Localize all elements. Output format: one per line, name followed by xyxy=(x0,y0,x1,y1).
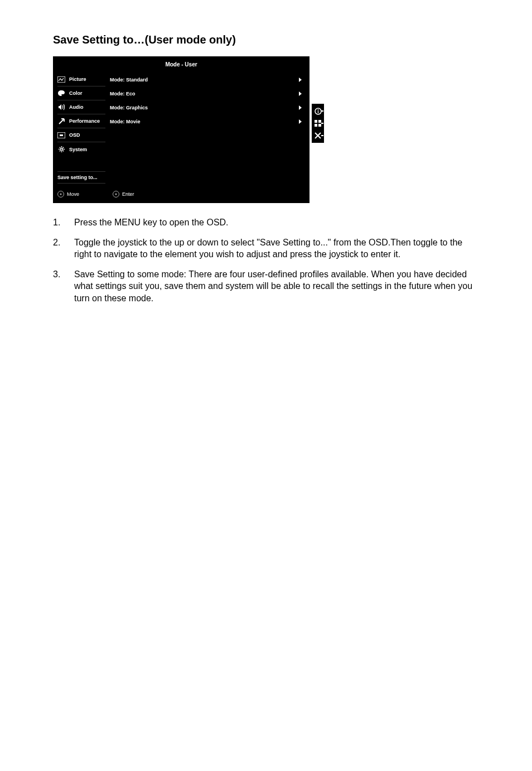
sidebar-item-picture[interactable]: Picture xyxy=(57,73,105,86)
speaker-icon xyxy=(57,103,65,111)
sidebar-label: System xyxy=(69,147,87,152)
grid-icon[interactable] xyxy=(314,119,322,127)
svg-rect-9 xyxy=(315,124,317,127)
footer-move-label: Move xyxy=(67,191,79,197)
osd-icon xyxy=(57,131,65,139)
sidebar-label: Audio xyxy=(69,104,84,110)
footer-enter-label: Enter xyxy=(122,191,134,197)
joystick-enter-icon xyxy=(113,191,119,197)
osd-main: Mode: Standard Mode: Eco Mode: Graphics … xyxy=(110,73,309,170)
chevron-right-icon xyxy=(299,91,302,96)
osd-header: Mode - User xyxy=(53,56,309,73)
osd-footer: Move Enter xyxy=(53,187,309,203)
info-icon[interactable] xyxy=(314,107,322,115)
mode-label: Mode: Eco xyxy=(110,91,136,97)
mode-movie-row[interactable]: Mode: Movie xyxy=(110,114,302,128)
performance-icon xyxy=(57,117,65,125)
sidebar-item-color[interactable]: Color xyxy=(57,86,105,100)
footer-move: Move xyxy=(57,191,79,197)
save-setting-row[interactable]: Save setting to... xyxy=(53,170,309,187)
footer-enter: Enter xyxy=(113,191,134,197)
osd-screenshot: Mode - User Picture Color xyxy=(53,56,479,203)
svg-rect-2 xyxy=(60,134,63,136)
picture-icon xyxy=(57,75,65,83)
osd-sidebar: Picture Color Audio xyxy=(53,73,110,170)
sidebar-label: Color xyxy=(69,90,83,96)
instruction-item: Press the MENU key to open the OSD. xyxy=(53,216,479,229)
chevron-right-icon xyxy=(299,105,302,110)
gear-icon xyxy=(57,146,65,153)
mode-label: Mode: Movie xyxy=(110,119,141,124)
instructions-list: Press the MENU key to open the OSD. Togg… xyxy=(53,216,479,305)
chevron-right-icon xyxy=(299,78,302,82)
close-icon[interactable] xyxy=(314,132,322,139)
svg-rect-7 xyxy=(315,120,317,123)
sidebar-label: Performance xyxy=(69,118,100,124)
mode-graphics-row[interactable]: Mode: Graphics xyxy=(110,100,302,114)
sidebar-label: OSD xyxy=(69,132,80,138)
sidebar-item-system[interactable]: System xyxy=(57,142,105,156)
svg-rect-10 xyxy=(318,124,321,127)
instruction-item: Save Setting to some mode: There are fou… xyxy=(53,268,479,305)
mode-standard-row[interactable]: Mode: Standard xyxy=(110,73,302,86)
mode-eco-row[interactable]: Mode: Eco xyxy=(110,86,302,100)
sidebar-label: Picture xyxy=(69,76,86,82)
instruction-item: Toggle the joystick to the up or down to… xyxy=(53,237,479,261)
svg-point-3 xyxy=(60,148,62,151)
svg-point-5 xyxy=(317,109,318,110)
side-hotkey-bar xyxy=(312,104,324,143)
sidebar-item-osd[interactable]: OSD xyxy=(57,128,105,142)
mode-label: Mode: Standard xyxy=(110,77,148,83)
sidebar-item-audio[interactable]: Audio xyxy=(57,100,105,114)
palette-icon xyxy=(57,89,65,97)
osd-panel: Mode - User Picture Color xyxy=(53,56,309,203)
sidebar-item-performance[interactable]: Performance xyxy=(57,114,105,128)
svg-rect-6 xyxy=(317,110,318,113)
chevron-right-icon xyxy=(299,119,302,124)
joystick-move-icon xyxy=(57,191,64,197)
mode-label: Mode: Graphics xyxy=(110,105,148,110)
page-title: Save Setting to…(User mode only) xyxy=(53,33,479,46)
